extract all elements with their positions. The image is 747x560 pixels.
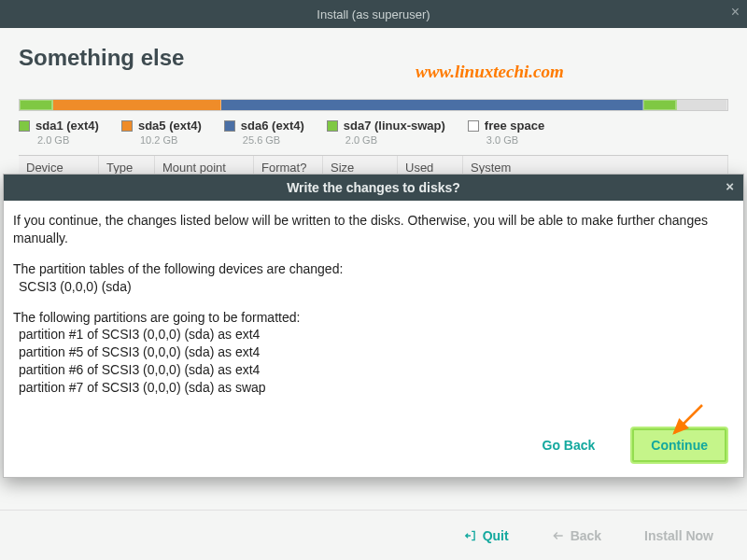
- arrow-left-icon: [552, 529, 565, 542]
- back-button: Back: [552, 528, 601, 543]
- titlebar: Install (as superuser) ×: [0, 0, 747, 28]
- dialog-body: If you continue, the changes listed belo…: [4, 201, 743, 423]
- swatch-icon: [468, 120, 479, 132]
- dialog-format-item: partition #1 of SCSI3 (0,0,0) (sda) as e…: [13, 326, 734, 343]
- dialog-changed-heading: The partition tables of the following de…: [13, 260, 734, 278]
- continue-button[interactable]: Continue: [632, 428, 726, 462]
- dialog-format-item: partition #6 of SCSI3 (0,0,0) (sda) as e…: [13, 361, 734, 379]
- window-title: Install (as superuser): [317, 7, 430, 21]
- main-content: Something else sda1 (ext4) 2.0 GB sda5 (…: [0, 28, 747, 180]
- confirm-dialog: Write the changes to disks? × If you con…: [3, 174, 744, 478]
- swatch-icon: [327, 120, 338, 132]
- page-title: Something else: [19, 45, 728, 71]
- go-back-button[interactable]: Go Back: [531, 428, 607, 462]
- dialog-format-item: partition #7 of SCSI3 (0,0,0) (sda) as s…: [13, 379, 734, 397]
- dialog-title-text: Write the changes to disks?: [287, 180, 460, 195]
- seg-free[interactable]: [677, 100, 727, 110]
- legend-label: sda6 (ext4): [241, 119, 304, 133]
- legend-item: sda1 (ext4) 2.0 GB: [19, 119, 99, 146]
- install-label: Install Now: [644, 528, 713, 543]
- back-label: Back: [571, 528, 601, 543]
- close-icon[interactable]: ×: [726, 178, 734, 194]
- seg-sda1[interactable]: [20, 100, 53, 110]
- legend-item: sda6 (ext4) 25.6 GB: [224, 119, 304, 146]
- dialog-format-block: The following partitions are going to be…: [13, 309, 734, 397]
- dialog-intro: If you continue, the changes listed belo…: [13, 212, 734, 247]
- close-icon[interactable]: ×: [731, 4, 740, 21]
- quit-button[interactable]: Quit: [464, 528, 509, 543]
- legend-item: free space 3.0 GB: [468, 119, 544, 146]
- swatch-icon: [224, 120, 235, 132]
- dialog-actions: Go Back Continue: [4, 423, 743, 477]
- swatch-icon: [19, 120, 30, 132]
- dialog-titlebar: Write the changes to disks? ×: [4, 175, 743, 201]
- seg-sda5[interactable]: [53, 100, 221, 110]
- legend-label: sda7 (linux-swap): [344, 119, 445, 133]
- legend-label: sda1 (ext4): [35, 119, 99, 133]
- partition-legend: sda1 (ext4) 2.0 GB sda5 (ext4) 10.2 GB s…: [19, 119, 728, 146]
- legend-size: 10.2 GB: [140, 134, 202, 146]
- legend-item: sda5 (ext4) 10.2 GB: [121, 119, 202, 146]
- swatch-icon: [121, 120, 133, 132]
- dialog-format-item: partition #5 of SCSI3 (0,0,0) (sda) as e…: [13, 343, 734, 361]
- disk-usage-bar: [19, 99, 728, 111]
- seg-sda6[interactable]: [221, 100, 643, 110]
- legend-label: sda5 (ext4): [138, 119, 202, 133]
- exit-icon: [464, 529, 477, 542]
- quit-label: Quit: [483, 528, 509, 543]
- legend-size: 2.0 GB: [37, 134, 99, 146]
- dialog-format-heading: The following partitions are going to be…: [13, 309, 734, 327]
- legend-size: 2.0 GB: [345, 134, 445, 146]
- seg-sda7[interactable]: [643, 100, 677, 110]
- install-now-button: Install Now: [644, 528, 713, 543]
- dialog-changed-item: SCSI3 (0,0,0) (sda): [13, 278, 734, 296]
- legend-label: free space: [485, 119, 544, 133]
- legend-size: 25.6 GB: [243, 134, 304, 146]
- dialog-changed-block: The partition tables of the following de…: [13, 260, 734, 296]
- footer: Quit Back Install Now: [0, 510, 747, 560]
- legend-size: 3.0 GB: [486, 134, 544, 146]
- legend-item: sda7 (linux-swap) 2.0 GB: [327, 119, 445, 146]
- watermark: www.linuxtechi.com: [416, 62, 564, 82]
